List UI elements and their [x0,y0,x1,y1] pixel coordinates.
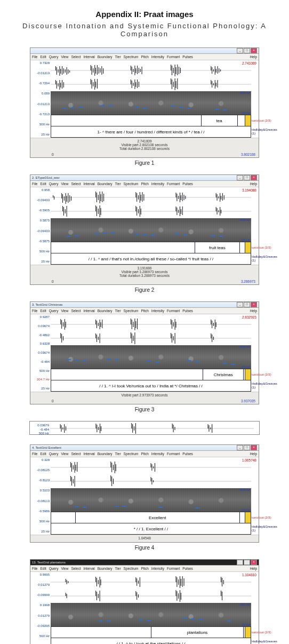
menu-item[interactable]: Edit [40,55,46,59]
menu-item[interactable]: Tier [115,567,121,570]
menu-item[interactable]: Intensity [151,182,164,186]
close-icon[interactable]: × [251,48,257,53]
menu-item[interactable]: Interval [83,55,94,59]
menu-item[interactable]: Spectrum [124,182,139,186]
minimize-icon[interactable]: _ [237,560,243,565]
minimize-icon[interactable]: _ [237,48,243,53]
menu-item[interactable]: Boundary [98,452,113,456]
menu-item[interactable]: Query [49,567,59,570]
menu-item[interactable]: Pulses [182,182,193,186]
tonic-tier[interactable]: Excellent tonicfoot (2/3) [51,512,251,523]
menu-item[interactable]: Boundary [98,567,113,570]
maximize-icon[interactable]: □ [244,175,250,180]
menu-item[interactable]: Formant [167,182,180,186]
menu-item[interactable]: Spectrum [124,55,139,59]
menu-item[interactable]: Pitch [141,182,148,186]
selection-marker[interactable] [245,115,251,126]
menu-item[interactable]: Pulses [182,567,193,570]
menu-item[interactable]: Query [49,55,59,59]
menu-item[interactable]: Formant [167,452,180,456]
maximize-icon[interactable]: □ [244,445,250,450]
menu-item[interactable]: Spectrum [124,309,139,313]
menu-item[interactable]: Spectrum [124,567,139,570]
menu-bar[interactable]: File Edit Query View Select Interval Bou… [30,181,259,187]
menu-item[interactable]: View [61,182,68,186]
menu-item[interactable]: Pitch [141,55,148,59]
canvas-area[interactable]: 3.194088 0.958-0.09433-0.5905 0.5875-0.0… [30,187,259,265]
spectrogram[interactable]: 500 Hz 25 Hz [51,488,251,512]
window-titlebar[interactable]: 13. TextGrid plantations _ □ × [30,560,259,566]
menu-item[interactable]: Intensity [151,55,164,59]
menu-item[interactable]: Formant [167,55,180,59]
menu-item[interactable]: Tier [115,55,121,59]
tonic-segment[interactable]: tea [201,115,238,126]
selection-marker[interactable] [245,627,251,638]
selection-marker[interactable] [245,242,251,253]
menu-item[interactable]: Edit [40,452,46,456]
menu-item[interactable]: Pulses [182,55,193,59]
menu-item[interactable]: File [32,55,37,59]
menu-item[interactable]: Pitch [141,567,148,570]
menu-item[interactable]: Select [71,452,81,456]
menu-item[interactable]: Interval [83,567,94,570]
menu-help[interactable]: Help [250,567,257,570]
menu-item[interactable]: Spectrum [124,452,139,456]
menu-bar[interactable]: File Edit Query View Select Interval Bou… [30,451,259,457]
waveform-channel-1[interactable] [51,575,251,589]
maximize-icon[interactable]: □ [244,48,250,53]
menu-item[interactable]: Intensity [151,309,164,313]
minimize-icon[interactable]: _ [237,302,243,307]
menu-item[interactable]: Interval [83,182,94,186]
spectrogram[interactable]: 500 Hz 25 Hz [51,218,251,242]
maximize-icon[interactable]: □ [244,560,250,565]
menu-item[interactable]: Select [71,309,81,313]
transcript-tier[interactable]: / / 1. ^ and / that's not in./cluding al… [51,253,251,265]
canvas-area[interactable]: 2.832923 0.92870.03674-0.4862 0.63280.03… [30,314,259,392]
menu-item[interactable]: Tier [115,309,121,313]
transcript-tier[interactable]: / / 1. ^ to / look at the plan*/tations … [51,638,251,644]
minimize-icon[interactable]: _ [237,445,243,450]
menu-item[interactable]: Select [71,567,81,570]
menu-item[interactable]: Query [49,182,59,186]
window-titlebar[interactable]: 3. TextGrid Christmas _ □ × [30,302,259,308]
menu-bar[interactable]: File Edit Query View Select Interval Bou… [30,54,259,60]
close-icon[interactable]: × [251,445,257,450]
menu-item[interactable]: Interval [83,309,94,313]
menu-help[interactable]: Help [250,182,257,186]
transcript-tier[interactable]: 1- ^ there are / four / hundred / differ… [51,126,251,138]
tonic-segment[interactable]: fruit teas [195,242,239,253]
menu-item[interactable]: Edit [40,309,46,313]
menu-bar[interactable]: File Edit Query View Select Interval Bou… [30,566,259,572]
menu-item[interactable]: Edit [40,567,46,570]
menu-help[interactable]: Help [250,452,257,456]
transcript-tier[interactable]: / / 1. ^ I-I took Ve/ronica out to / Ind… [51,380,251,392]
menu-item[interactable]: Select [71,55,81,59]
menu-item[interactable]: Pitch [141,452,148,456]
waveform-channel-2[interactable] [51,589,251,603]
tonic-segment[interactable]: Excellent [75,512,240,523]
tonic-tier[interactable]: tea tonicfoot (2/3) [51,115,251,126]
menu-item[interactable]: Tier [115,452,121,456]
menu-item[interactable]: Intensity [151,567,164,570]
menu-item[interactable]: File [32,182,37,186]
tonic-tier[interactable]: Christmas tonicfoot (2/3) [51,369,251,380]
menu-item[interactable]: Formant [167,309,180,313]
menu-item[interactable]: Formant [167,567,180,570]
menu-bar[interactable]: File Edit Query View Select Interval Bou… [30,308,259,314]
menu-item[interactable]: Pulses [182,309,193,313]
waveform-channel-2[interactable] [51,204,251,218]
menu-item[interactable]: Intensity [151,452,164,456]
menu-item[interactable]: Pulses [182,452,193,456]
menu-item[interactable]: Boundary [98,55,113,59]
tonic-segment[interactable]: plantations [151,627,244,638]
menu-item[interactable]: Select [71,182,81,186]
minimize-icon[interactable]: _ [237,175,243,180]
menu-item[interactable]: View [61,55,68,59]
menu-item[interactable]: File [32,452,37,456]
selection-marker[interactable] [245,369,251,380]
selection-marker[interactable] [245,512,251,523]
menu-item[interactable]: File [32,309,37,313]
window-titlebar[interactable]: 4. TextGrid Excellent _ □ × [30,445,259,451]
maximize-icon[interactable]: □ [244,302,250,307]
waveform-channel-2[interactable] [51,474,251,488]
